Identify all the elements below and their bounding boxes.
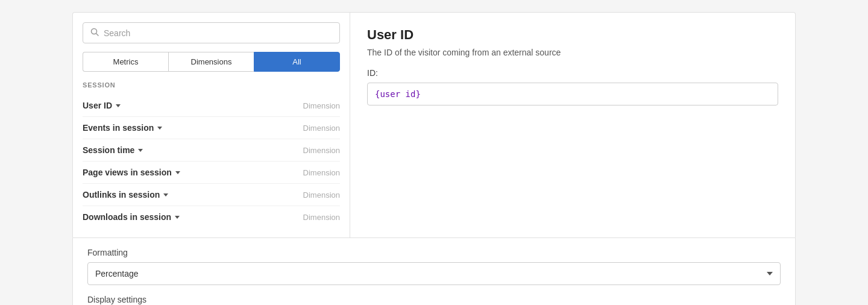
chevron-down-icon [175, 171, 180, 174]
detail-title: User ID [367, 27, 778, 43]
dimension-name: Page views in session [83, 168, 180, 177]
session-section-label: SESSION [83, 81, 340, 89]
dimension-list: User ID Dimension Events in session Dime… [83, 95, 340, 228]
search-input[interactable] [104, 28, 332, 38]
list-item[interactable]: Outlinks in session Dimension [83, 184, 340, 206]
field-label: ID: [367, 68, 778, 78]
dimension-type: Dimension [303, 213, 340, 222]
tab-dimensions[interactable]: Dimensions [168, 52, 254, 72]
chevron-down-icon [157, 127, 162, 130]
dimension-type: Dimension [303, 146, 340, 155]
display-settings-label: Display settings [87, 295, 781, 304]
chevron-down-icon [175, 216, 180, 219]
dimension-name: Session time [83, 145, 143, 155]
bottom-content: Formatting Percentage Number Duration No… [72, 237, 796, 305]
top-content: Metrics Dimensions All SESSION User ID D… [72, 12, 796, 237]
svg-line-1 [96, 34, 99, 36]
formatting-select[interactable]: Percentage Number Duration None [87, 262, 781, 285]
list-item[interactable]: Page views in session Dimension [83, 162, 340, 184]
filter-tabs: Metrics Dimensions All [83, 52, 340, 72]
detail-description: The ID of the visitor coming from an ext… [367, 48, 778, 57]
chevron-down-icon [116, 104, 121, 107]
dimension-name: Outlinks in session [83, 190, 168, 200]
formatting-label: Formatting [87, 248, 781, 257]
dimension-name: Events in session [83, 123, 162, 133]
dimension-type: Dimension [303, 101, 340, 110]
chevron-down-icon [163, 193, 168, 197]
dimension-type: Dimension [303, 124, 340, 133]
id-field-input[interactable] [367, 83, 778, 105]
dimension-type: Dimension [303, 168, 340, 177]
formatting-section: Formatting Percentage Number Duration No… [87, 248, 781, 285]
tab-metrics[interactable]: Metrics [83, 52, 168, 72]
page-wrapper: Metrics Dimensions All SESSION User ID D… [0, 0, 868, 305]
dimension-name: Downloads in session [83, 212, 180, 222]
dimension-name: User ID [83, 101, 121, 110]
list-item[interactable]: Session time Dimension [83, 139, 340, 162]
list-item[interactable]: Downloads in session Dimension [83, 206, 340, 228]
chevron-down-icon [138, 149, 143, 152]
list-item[interactable]: Events in session Dimension [83, 117, 340, 139]
dimension-type: Dimension [303, 190, 340, 200]
right-panel: User ID The ID of the visitor coming fro… [350, 13, 795, 237]
tab-all[interactable]: All [254, 52, 340, 72]
left-panel: Metrics Dimensions All SESSION User ID D… [73, 13, 350, 237]
list-item[interactable]: User ID Dimension [83, 95, 340, 117]
search-box [83, 22, 340, 43]
search-icon [90, 28, 99, 38]
